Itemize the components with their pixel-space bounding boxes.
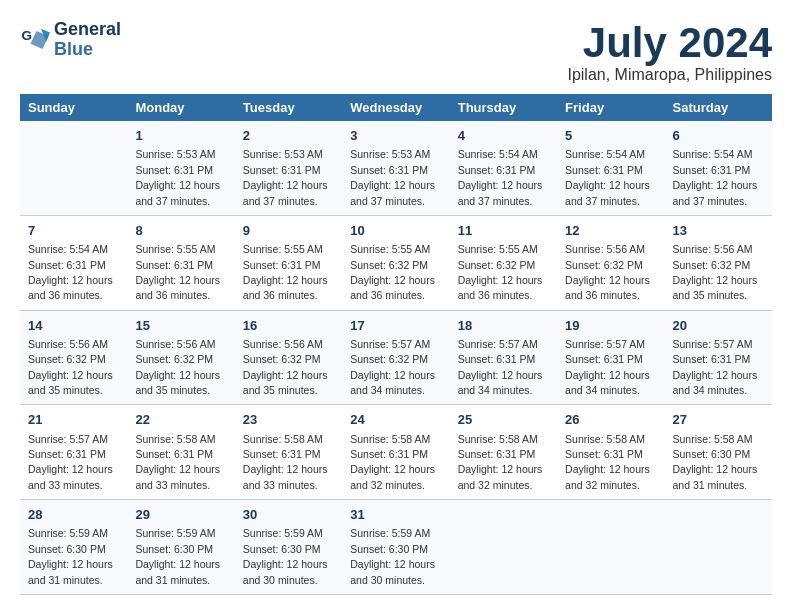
day-number: 9 [243, 222, 334, 240]
day-number: 5 [565, 127, 656, 145]
calendar-cell: 4 Sunrise: 5:54 AMSunset: 6:31 PMDayligh… [450, 121, 557, 215]
day-info: Sunrise: 5:56 AMSunset: 6:32 PMDaylight:… [673, 243, 758, 301]
day-number: 30 [243, 506, 334, 524]
calendar-cell: 31 Sunrise: 5:59 AMSunset: 6:30 PMDaylig… [342, 500, 449, 595]
logo-text: General Blue [54, 20, 121, 60]
week-row-5: 28 Sunrise: 5:59 AMSunset: 6:30 PMDaylig… [20, 500, 772, 595]
calendar-cell: 1 Sunrise: 5:53 AMSunset: 6:31 PMDayligh… [127, 121, 234, 215]
weekday-header-saturday: Saturday [665, 94, 772, 121]
calendar-cell: 13 Sunrise: 5:56 AMSunset: 6:32 PMDaylig… [665, 215, 772, 310]
day-number: 25 [458, 411, 549, 429]
day-number: 26 [565, 411, 656, 429]
weekday-header-thursday: Thursday [450, 94, 557, 121]
calendar-cell: 14 Sunrise: 5:56 AMSunset: 6:32 PMDaylig… [20, 310, 127, 405]
calendar-cell: 25 Sunrise: 5:58 AMSunset: 6:31 PMDaylig… [450, 405, 557, 500]
calendar-cell [557, 500, 664, 595]
calendar-cell: 8 Sunrise: 5:55 AMSunset: 6:31 PMDayligh… [127, 215, 234, 310]
calendar-cell: 18 Sunrise: 5:57 AMSunset: 6:31 PMDaylig… [450, 310, 557, 405]
calendar-cell: 15 Sunrise: 5:56 AMSunset: 6:32 PMDaylig… [127, 310, 234, 405]
weekday-header-sunday: Sunday [20, 94, 127, 121]
day-number: 10 [350, 222, 441, 240]
day-info: Sunrise: 5:59 AMSunset: 6:30 PMDaylight:… [350, 527, 435, 585]
day-info: Sunrise: 5:57 AMSunset: 6:31 PMDaylight:… [458, 338, 543, 396]
day-info: Sunrise: 5:56 AMSunset: 6:32 PMDaylight:… [565, 243, 650, 301]
day-info: Sunrise: 5:53 AMSunset: 6:31 PMDaylight:… [243, 148, 328, 206]
weekday-header-monday: Monday [127, 94, 234, 121]
calendar-table: SundayMondayTuesdayWednesdayThursdayFrid… [20, 94, 772, 595]
day-number: 15 [135, 317, 226, 335]
day-number: 12 [565, 222, 656, 240]
day-info: Sunrise: 5:58 AMSunset: 6:31 PMDaylight:… [135, 433, 220, 491]
calendar-cell: 29 Sunrise: 5:59 AMSunset: 6:30 PMDaylig… [127, 500, 234, 595]
day-number: 8 [135, 222, 226, 240]
day-number: 17 [350, 317, 441, 335]
day-number: 11 [458, 222, 549, 240]
day-info: Sunrise: 5:59 AMSunset: 6:30 PMDaylight:… [135, 527, 220, 585]
day-number: 2 [243, 127, 334, 145]
calendar-cell [450, 500, 557, 595]
day-info: Sunrise: 5:55 AMSunset: 6:31 PMDaylight:… [243, 243, 328, 301]
day-info: Sunrise: 5:54 AMSunset: 6:31 PMDaylight:… [565, 148, 650, 206]
logo-line1: General [54, 20, 121, 40]
day-info: Sunrise: 5:59 AMSunset: 6:30 PMDaylight:… [243, 527, 328, 585]
calendar-cell: 21 Sunrise: 5:57 AMSunset: 6:31 PMDaylig… [20, 405, 127, 500]
day-number: 23 [243, 411, 334, 429]
day-info: Sunrise: 5:55 AMSunset: 6:31 PMDaylight:… [135, 243, 220, 301]
day-info: Sunrise: 5:58 AMSunset: 6:30 PMDaylight:… [673, 433, 758, 491]
calendar-cell: 30 Sunrise: 5:59 AMSunset: 6:30 PMDaylig… [235, 500, 342, 595]
calendar-cell [665, 500, 772, 595]
day-number: 1 [135, 127, 226, 145]
day-info: Sunrise: 5:56 AMSunset: 6:32 PMDaylight:… [135, 338, 220, 396]
calendar-cell: 20 Sunrise: 5:57 AMSunset: 6:31 PMDaylig… [665, 310, 772, 405]
day-info: Sunrise: 5:55 AMSunset: 6:32 PMDaylight:… [350, 243, 435, 301]
calendar-cell: 24 Sunrise: 5:58 AMSunset: 6:31 PMDaylig… [342, 405, 449, 500]
month-title: July 2024 [567, 20, 772, 66]
calendar-cell: 5 Sunrise: 5:54 AMSunset: 6:31 PMDayligh… [557, 121, 664, 215]
day-number: 7 [28, 222, 119, 240]
day-number: 19 [565, 317, 656, 335]
day-number: 27 [673, 411, 764, 429]
calendar-cell: 9 Sunrise: 5:55 AMSunset: 6:31 PMDayligh… [235, 215, 342, 310]
location: Ipilan, Mimaropa, Philippines [567, 66, 772, 84]
calendar-cell: 19 Sunrise: 5:57 AMSunset: 6:31 PMDaylig… [557, 310, 664, 405]
week-row-1: 1 Sunrise: 5:53 AMSunset: 6:31 PMDayligh… [20, 121, 772, 215]
weekday-header-tuesday: Tuesday [235, 94, 342, 121]
day-number: 20 [673, 317, 764, 335]
calendar-cell: 16 Sunrise: 5:56 AMSunset: 6:32 PMDaylig… [235, 310, 342, 405]
calendar-cell: 26 Sunrise: 5:58 AMSunset: 6:31 PMDaylig… [557, 405, 664, 500]
day-info: Sunrise: 5:58 AMSunset: 6:31 PMDaylight:… [565, 433, 650, 491]
weekday-header-friday: Friday [557, 94, 664, 121]
day-info: Sunrise: 5:58 AMSunset: 6:31 PMDaylight:… [458, 433, 543, 491]
week-row-2: 7 Sunrise: 5:54 AMSunset: 6:31 PMDayligh… [20, 215, 772, 310]
day-info: Sunrise: 5:58 AMSunset: 6:31 PMDaylight:… [350, 433, 435, 491]
calendar-cell: 22 Sunrise: 5:58 AMSunset: 6:31 PMDaylig… [127, 405, 234, 500]
day-info: Sunrise: 5:54 AMSunset: 6:31 PMDaylight:… [458, 148, 543, 206]
day-info: Sunrise: 5:56 AMSunset: 6:32 PMDaylight:… [243, 338, 328, 396]
day-number: 16 [243, 317, 334, 335]
day-number: 24 [350, 411, 441, 429]
calendar-cell: 10 Sunrise: 5:55 AMSunset: 6:32 PMDaylig… [342, 215, 449, 310]
logo-icon: G [20, 25, 50, 55]
title-block: July 2024 Ipilan, Mimaropa, Philippines [567, 20, 772, 84]
day-info: Sunrise: 5:59 AMSunset: 6:30 PMDaylight:… [28, 527, 113, 585]
week-row-4: 21 Sunrise: 5:57 AMSunset: 6:31 PMDaylig… [20, 405, 772, 500]
calendar-cell: 7 Sunrise: 5:54 AMSunset: 6:31 PMDayligh… [20, 215, 127, 310]
day-number: 18 [458, 317, 549, 335]
day-number: 6 [673, 127, 764, 145]
calendar-cell: 12 Sunrise: 5:56 AMSunset: 6:32 PMDaylig… [557, 215, 664, 310]
day-number: 28 [28, 506, 119, 524]
calendar-cell: 17 Sunrise: 5:57 AMSunset: 6:32 PMDaylig… [342, 310, 449, 405]
calendar-cell: 3 Sunrise: 5:53 AMSunset: 6:31 PMDayligh… [342, 121, 449, 215]
day-number: 29 [135, 506, 226, 524]
calendar-cell: 27 Sunrise: 5:58 AMSunset: 6:30 PMDaylig… [665, 405, 772, 500]
day-info: Sunrise: 5:57 AMSunset: 6:31 PMDaylight:… [673, 338, 758, 396]
day-info: Sunrise: 5:53 AMSunset: 6:31 PMDaylight:… [350, 148, 435, 206]
calendar-cell: 2 Sunrise: 5:53 AMSunset: 6:31 PMDayligh… [235, 121, 342, 215]
day-info: Sunrise: 5:57 AMSunset: 6:32 PMDaylight:… [350, 338, 435, 396]
day-number: 4 [458, 127, 549, 145]
day-number: 21 [28, 411, 119, 429]
calendar-cell: 23 Sunrise: 5:58 AMSunset: 6:31 PMDaylig… [235, 405, 342, 500]
page-header: G General Blue July 2024 Ipilan, Mimarop… [20, 20, 772, 84]
day-number: 13 [673, 222, 764, 240]
day-number: 31 [350, 506, 441, 524]
